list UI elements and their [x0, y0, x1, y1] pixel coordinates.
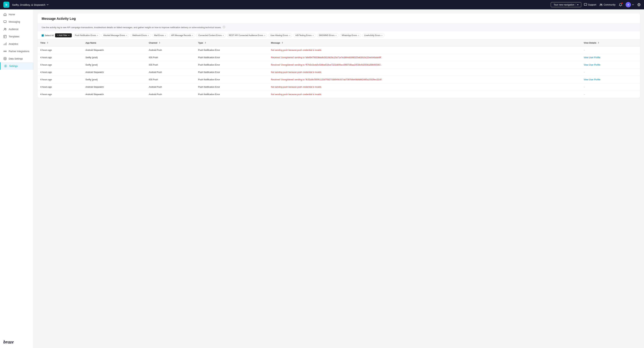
- filter-chip-remove[interactable]: ×: [192, 34, 193, 36]
- table-row: 4 hours ago Swifty (prod) iOS Push Push …: [38, 61, 640, 68]
- sidebar-label-messaging: Messaging: [9, 20, 20, 23]
- type-cell: Push Notification Error: [196, 61, 268, 68]
- audience-icon: [3, 27, 7, 31]
- message-cell: Not sending push because push credential…: [268, 68, 581, 76]
- filter-chip-api-message-records: API Message Records×: [169, 33, 195, 37]
- org-selector[interactable]: Swifty, Droidboy, & Stopwatch: [12, 3, 49, 6]
- view-details-cell: View User Profile: [581, 76, 640, 83]
- svg-point-10: [5, 51, 6, 52]
- chevron-down-icon: [68, 34, 70, 36]
- svg-rect-5: [4, 21, 6, 22]
- filter-chip-label: API Message Records: [171, 34, 191, 36]
- sidebar-label-analytics: Analytics: [9, 42, 18, 45]
- user-menu[interactable]: A: [626, 2, 634, 7]
- select-all-checkbox[interactable]: Select All: [42, 34, 54, 37]
- filter-chip-label: Aborted Message Errors: [103, 34, 125, 36]
- filter-chip-label: Push Notification Errors: [75, 34, 96, 36]
- table-header: Time ⬍ App Name Channel ⬍ Type: [38, 39, 640, 46]
- svg-rect-8: [4, 35, 6, 38]
- filter-chip-whatsapp-errors: WhatsApp Errors×: [340, 33, 361, 37]
- table-wrap: Time ⬍ App Name Channel ⬍ Type: [38, 39, 640, 98]
- svg-point-2: [602, 4, 602, 5]
- sidebar-item-home[interactable]: Home: [0, 11, 33, 18]
- filter-chip-remove[interactable]: ×: [358, 34, 359, 36]
- time-cell: 4 hours ago: [38, 54, 83, 61]
- sidebar-item-messaging[interactable]: Messaging: [0, 18, 33, 25]
- time-cell: 4 hours ago: [38, 76, 83, 83]
- svg-point-7: [5, 28, 6, 29]
- channel-cell: iOS Push: [146, 54, 196, 61]
- sort-icon[interactable]: ⬍: [159, 41, 160, 44]
- sidebar-label-settings: Settings: [9, 65, 18, 67]
- support-icon: [584, 3, 587, 6]
- channel-cell: Android Push: [146, 68, 196, 76]
- filter-chip-label: SMS/MMS Errors: [319, 34, 334, 36]
- sidebar-label-audience: Audience: [9, 28, 18, 30]
- top-navigation: b Swifty, Droidboy, & Stopwatch Tour new…: [0, 0, 644, 9]
- svg-point-9: [4, 51, 5, 52]
- col-app-name: App Name: [83, 39, 146, 46]
- col-time: Time ⬍: [38, 39, 83, 46]
- sidebar-item-partner-integrations[interactable]: Partner Integrations: [0, 48, 33, 55]
- sidebar-item-analytics[interactable]: Analytics: [0, 40, 33, 48]
- sort-icon[interactable]: ⬍: [204, 41, 206, 44]
- data-icon: [3, 57, 7, 60]
- table-row: 4 hours ago Android Stopwatch Android Pu…: [38, 91, 640, 98]
- filter-chip-remove[interactable]: ×: [264, 34, 265, 36]
- message-cell: Received 'Unregistered' sending to 'f57b…: [268, 61, 581, 68]
- avatar: A: [626, 2, 631, 7]
- view-user-profile-link[interactable]: View User Profile: [584, 63, 600, 66]
- channel-cell: iOS Push: [146, 61, 196, 68]
- message-cell: Not sending push because push credential…: [268, 83, 581, 91]
- select-all-input[interactable]: [42, 34, 44, 36]
- notifications-button[interactable]: [619, 3, 622, 6]
- filter-chip-user-aliasing-errors: User Aliasing Errors×: [268, 33, 292, 37]
- support-link[interactable]: Support: [584, 3, 596, 6]
- filter-chip-remove[interactable]: ×: [222, 34, 224, 36]
- filter-chip-remove[interactable]: ×: [381, 34, 382, 36]
- app-name-cell: Android Stopwatch: [83, 83, 146, 91]
- time-cell: 4 hours ago: [38, 61, 83, 68]
- filter-chip-remove[interactable]: ×: [126, 34, 127, 36]
- sort-icon[interactable]: ⬍: [46, 41, 48, 44]
- filter-chip-remove[interactable]: ×: [97, 34, 98, 36]
- page-header: Message Activity Log: [38, 13, 640, 23]
- filter-chip-remove[interactable]: ×: [289, 34, 290, 36]
- channel-cell: Android Push: [146, 46, 196, 54]
- info-text: Use the activity log to see API campaign…: [42, 26, 221, 29]
- add-filter-button[interactable]: + Add Filter: [55, 33, 72, 37]
- table-scroll-container[interactable]: Time ⬍ App Name Channel ⬍ Type: [38, 39, 640, 98]
- filter-chip-webhook-errors: Webhook Errors×: [130, 33, 151, 37]
- nav-right-section: Support Community A: [584, 2, 641, 7]
- time-cell: 4 hours ago: [38, 68, 83, 76]
- message-cell: Not sending push because push credential…: [268, 46, 581, 54]
- partner-icon: [3, 50, 7, 53]
- view-details-cell: View User Profile: [581, 54, 640, 61]
- analytics-icon: [3, 42, 7, 46]
- sidebar-item-data-settings[interactable]: Data Settings: [0, 55, 33, 62]
- community-icon: [600, 3, 602, 6]
- tour-navigation-button[interactable]: Tour new navigation ▾: [551, 2, 582, 7]
- sidebar-item-audience[interactable]: Audience: [0, 25, 33, 33]
- filter-chip-remove[interactable]: ×: [148, 34, 149, 36]
- filter-chip-mail-errors: Mail Errors×: [152, 33, 168, 37]
- main-content: Message Activity Log Use the activity lo…: [34, 9, 644, 348]
- view-user-profile-link[interactable]: View User Profile: [584, 78, 600, 81]
- community-link[interactable]: Community: [600, 3, 616, 6]
- time-cell: 4 hours ago: [38, 46, 83, 54]
- globe-button[interactable]: [637, 3, 641, 6]
- view-user-profile-link[interactable]: View User Profile: [584, 56, 600, 59]
- sidebar-item-templates[interactable]: Templates: [0, 33, 33, 40]
- braze-logo: b: [3, 2, 10, 8]
- filter-chip-rest-api-connected-audience-errors: REST API Connected Audience Errors×: [227, 33, 267, 37]
- col-channel: Channel ⬍: [146, 39, 196, 46]
- filter-chip-remove[interactable]: ×: [312, 34, 314, 36]
- tour-dropdown-arrow[interactable]: ▾: [576, 3, 578, 6]
- filter-chip-label: A/B Testing Errors: [295, 34, 312, 36]
- info-icon[interactable]: i: [223, 26, 225, 29]
- sort-icon[interactable]: ⬍: [598, 41, 600, 44]
- filter-chip-remove[interactable]: ×: [165, 34, 166, 36]
- filter-chip-remove[interactable]: ×: [335, 34, 336, 36]
- sidebar-item-settings[interactable]: Settings: [0, 62, 33, 70]
- sort-icon[interactable]: ⬍: [282, 41, 283, 44]
